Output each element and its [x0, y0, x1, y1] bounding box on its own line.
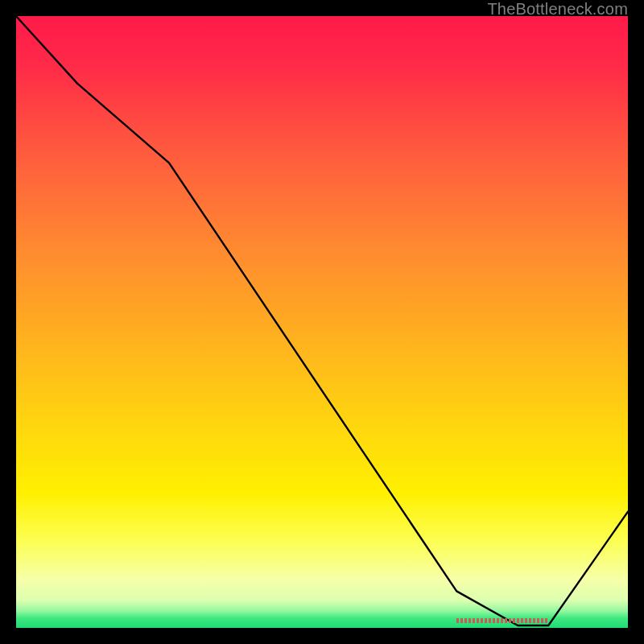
bottleneck-curve [16, 16, 628, 628]
chart-plot-area [16, 16, 628, 628]
watermark-text: TheBottleneck.com [487, 0, 628, 19]
minimum-marker [456, 618, 548, 623]
